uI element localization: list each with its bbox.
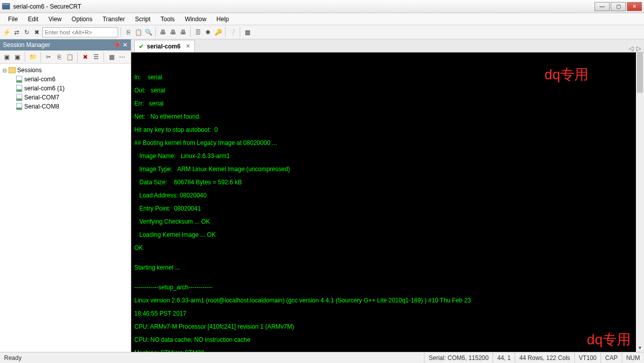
pin-icon[interactable]: 📌: [113, 41, 121, 48]
toolbar-separator: [40, 52, 41, 62]
status-ready: Ready: [0, 354, 424, 361]
host-input[interactable]: [42, 27, 118, 37]
session-panel-toolbar: ▣ ▣ 📁 ✂ ⎘ 📋 ✖ ☰ ▦ ⋯: [0, 50, 131, 64]
expander-icon[interactable]: ⊟: [2, 68, 7, 73]
copy-session-icon[interactable]: ⎘: [55, 53, 64, 62]
watermark-bottom: dq专用: [587, 333, 631, 347]
status-num: NUM: [622, 352, 644, 363]
menu-options[interactable]: Options: [67, 14, 97, 24]
terminal-line: ## Booting kernel from Legacy Image at 0…: [134, 140, 641, 146]
content-area: ✔ serial-com6 ✕ ◁ ▷ dq专用 dq专用 In: serial…: [131, 39, 644, 352]
menu-tools[interactable]: Tools: [155, 14, 180, 24]
new-session-icon[interactable]: ▣: [2, 53, 11, 62]
terminal-line: Loading Kernel Image ... OK: [134, 232, 641, 238]
menu-view[interactable]: View: [43, 14, 67, 24]
menu-file[interactable]: File: [3, 14, 23, 24]
toolbar-separator: [77, 52, 78, 62]
properties-session-icon[interactable]: ☰: [91, 53, 100, 62]
connect-icon[interactable]: ⚡: [2, 28, 11, 37]
terminal-line: Machine: STMicro STM32: [134, 350, 641, 352]
panel-close-icon[interactable]: ✕: [123, 41, 128, 48]
main-area: Session Manager 📌 ✕ ▣ ▣ 📁 ✂ ⎘ 📋 ✖ ☰ ▦ ⋯ …: [0, 39, 644, 352]
copy-icon[interactable]: ⎘: [124, 28, 133, 37]
print-preview-icon[interactable]: 🖶: [179, 28, 188, 37]
terminal-scrollbar[interactable]: ▲ ▼: [636, 53, 644, 352]
tab-label: serial-com6: [147, 43, 181, 50]
close-button[interactable]: ✕: [627, 2, 642, 11]
session-item-label: serial-com6: [24, 76, 56, 83]
session-panel-title: Session Manager: [3, 41, 50, 48]
session-item-label: Serial-COM7: [24, 94, 59, 101]
tree-root[interactable]: ⊟ Sessions: [1, 66, 130, 75]
print-setup-icon[interactable]: 🖶: [169, 28, 178, 37]
terminal[interactable]: dq专用 dq专用 In: serial Out: serial Err: se…: [131, 53, 644, 352]
status-cursor: 44, 1: [493, 352, 515, 363]
menu-help[interactable]: Help: [211, 14, 234, 24]
session-doc-icon: [16, 94, 22, 101]
status-caps: CAP: [601, 352, 622, 363]
terminal-line: Data Size: 606784 Bytes = 592.6 kB: [134, 179, 641, 186]
session-item[interactable]: Serial-COM8: [1, 102, 130, 111]
help-icon[interactable]: ❔: [228, 28, 237, 37]
toolbar-separator: [155, 27, 156, 37]
quick-connect-icon[interactable]: ⇄: [12, 28, 21, 37]
terminal-line: Out: serial: [134, 87, 641, 94]
toolbar-separator: [240, 27, 240, 37]
disconnect-icon[interactable]: ✖: [32, 28, 41, 37]
properties-icon[interactable]: ☰: [193, 28, 202, 37]
print-icon[interactable]: 🖶: [158, 28, 168, 37]
minimize-button[interactable]: —: [595, 2, 610, 11]
terminal-line: Image Type: ARM Linux Kernel Image (unco…: [134, 166, 641, 173]
scroll-thumb[interactable]: [637, 53, 643, 93]
tile-icon[interactable]: ▦: [243, 28, 252, 37]
session-doc-icon: [16, 85, 22, 92]
folder-icon: [9, 67, 16, 73]
menu-script[interactable]: Script: [130, 14, 155, 24]
paste-icon[interactable]: 📋: [134, 28, 143, 37]
root-label: Sessions: [17, 67, 42, 74]
tab-close-icon[interactable]: ✕: [186, 43, 190, 49]
reconnect-icon[interactable]: ↻: [22, 28, 31, 37]
session-item-label: serial-com6 (1): [24, 85, 65, 92]
cut-icon[interactable]: ✂: [44, 53, 53, 62]
tools-icon[interactable]: ✱: [203, 28, 212, 37]
terminal-line: Err: serial: [134, 100, 641, 107]
scroll-down-icon[interactable]: ▼: [636, 344, 644, 352]
terminal-line: Net: No ethernet found.: [134, 114, 641, 120]
terminal-line: CPU: NO data cache, NO instruction cache: [134, 337, 641, 343]
tab-serial-com6[interactable]: ✔ serial-com6 ✕: [134, 40, 195, 52]
session-item[interactable]: Serial-COM7: [1, 93, 130, 102]
paste-session-icon[interactable]: 📋: [65, 53, 74, 62]
terminal-line: Starting kernel ...: [134, 265, 641, 271]
status-serial: Serial: COM6, 115200: [424, 352, 493, 363]
toolbar-separator: [190, 27, 191, 37]
more-icon[interactable]: ⋯: [118, 53, 127, 62]
toolbar-separator: [225, 27, 226, 37]
session-item[interactable]: serial-com6: [1, 75, 130, 84]
menu-transfer[interactable]: Transfer: [97, 14, 130, 24]
terminal-line: ------------setup_arch------------: [134, 284, 641, 291]
new-folder-icon[interactable]: ▣: [13, 53, 22, 62]
session-manager-panel: Session Manager 📌 ✕ ▣ ▣ 📁 ✂ ⎘ 📋 ✖ ☰ ▦ ⋯ …: [0, 39, 131, 352]
session-item[interactable]: serial-com6 (1): [1, 84, 130, 93]
menu-edit[interactable]: Edit: [23, 14, 43, 24]
tab-prev-icon[interactable]: ◁: [629, 45, 633, 52]
tabbar: ✔ serial-com6 ✕ ◁ ▷: [131, 39, 644, 53]
menubar: File Edit View Options Transfer Script T…: [0, 13, 644, 25]
session-tree[interactable]: ⊟ Sessions serial-com6 serial-com6 (1) S…: [0, 64, 131, 352]
session-item-label: Serial-COM8: [24, 103, 59, 110]
session-panel-header: Session Manager 📌 ✕: [0, 39, 131, 50]
tab-next-icon[interactable]: ▷: [636, 45, 641, 52]
session-doc-icon: [16, 103, 22, 110]
window-controls: — ▢ ✕: [594, 2, 642, 11]
tab-nav: ◁ ▷: [629, 45, 641, 52]
delete-icon[interactable]: ✖: [81, 53, 90, 62]
terminal-line: Load Address: 08020040: [134, 192, 641, 199]
terminal-line: OK: [134, 245, 641, 251]
options-icon[interactable]: ▦: [107, 53, 116, 62]
menu-window[interactable]: Window: [180, 14, 211, 24]
find-icon[interactable]: 🔍: [144, 28, 153, 37]
key-icon[interactable]: 🔑: [213, 28, 223, 37]
folder-icon[interactable]: 📁: [28, 53, 37, 62]
maximize-button[interactable]: ▢: [611, 2, 626, 11]
